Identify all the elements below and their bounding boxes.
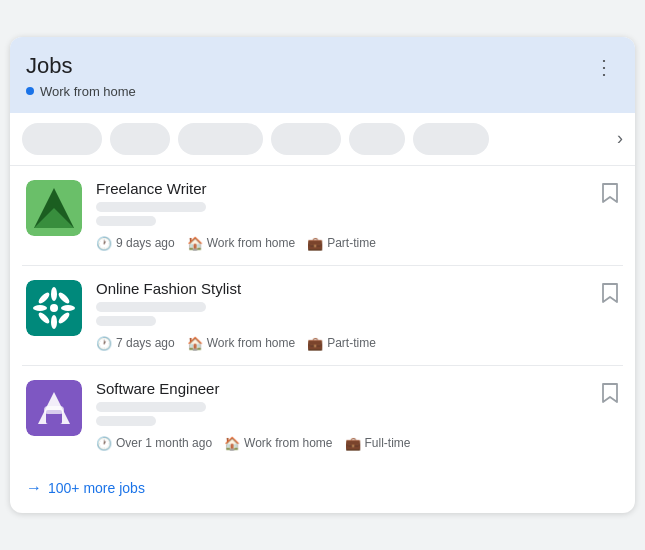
meta-time-software: 🕐 Over 1 month ago xyxy=(96,436,212,451)
meta-type-text-fashion: Part-time xyxy=(327,336,376,350)
meta-location-freelance: 🏠 Work from home xyxy=(187,236,295,251)
meta-type-text-software: Full-time xyxy=(365,436,411,450)
job-detail-line xyxy=(96,216,156,226)
meta-location-text: Work from home xyxy=(207,236,295,250)
job-logo-fashion xyxy=(26,280,82,336)
filter-chip-2[interactable] xyxy=(110,123,170,155)
briefcase-icon-fashion: 💼 xyxy=(307,336,323,351)
briefcase-icon-software: 💼 xyxy=(345,436,361,451)
filter-chip-4[interactable] xyxy=(271,123,341,155)
filter-chip-5[interactable] xyxy=(349,123,405,155)
more-jobs-link[interactable]: → 100+ more jobs xyxy=(10,465,635,513)
header: Jobs Work from home ⋮ xyxy=(10,37,635,112)
svg-point-4 xyxy=(50,304,58,312)
meta-location-text-software: Work from home xyxy=(244,436,332,450)
chevron-right-icon[interactable]: › xyxy=(617,128,623,149)
page-title: Jobs xyxy=(26,53,136,79)
svg-point-6 xyxy=(51,315,57,329)
meta-type-text: Part-time xyxy=(327,236,376,250)
more-jobs-text: 100+ more jobs xyxy=(48,480,145,496)
jobs-card: Jobs Work from home ⋮ › xyxy=(10,37,635,512)
job-item-software-engineer[interactable]: Software Engineer 🕐 Over 1 month ago 🏠 W… xyxy=(22,366,623,465)
bookmark-icon-software[interactable] xyxy=(601,382,619,409)
svg-point-7 xyxy=(33,305,47,311)
home-icon-software: 🏠 xyxy=(224,436,240,451)
meta-time-text-software: Over 1 month ago xyxy=(116,436,212,450)
job-title-software: Software Engineer xyxy=(96,380,587,397)
subtitle-text: Work from home xyxy=(40,84,136,99)
job-title-fashion: Online Fashion Stylist xyxy=(96,280,587,297)
menu-icon[interactable]: ⋮ xyxy=(590,53,619,81)
svg-point-5 xyxy=(51,287,57,301)
job-item-freelance-writer[interactable]: Freelance Writer 🕐 9 days ago 🏠 Work fro… xyxy=(22,166,623,266)
meta-time-fashion: 🕐 7 days ago xyxy=(96,336,175,351)
header-subtitle: Work from home xyxy=(26,84,136,99)
job-meta-freelance: 🕐 9 days ago 🏠 Work from home 💼 Part-tim… xyxy=(96,236,587,251)
filter-chip-1[interactable] xyxy=(22,123,102,155)
meta-location-fashion: 🏠 Work from home xyxy=(187,336,295,351)
job-content-fashion: Online Fashion Stylist 🕐 7 days ago 🏠 Wo… xyxy=(96,280,587,351)
meta-time-freelance: 🕐 9 days ago xyxy=(96,236,175,251)
job-company-line-fashion xyxy=(96,302,206,312)
job-meta-fashion: 🕐 7 days ago 🏠 Work from home 💼 Part-tim… xyxy=(96,336,587,351)
job-company-line-software xyxy=(96,402,206,412)
meta-type-freelance: 💼 Part-time xyxy=(307,236,376,251)
clock-icon: 🕐 xyxy=(96,236,112,251)
meta-type-software: 💼 Full-time xyxy=(345,436,411,451)
job-content-software: Software Engineer 🕐 Over 1 month ago 🏠 W… xyxy=(96,380,587,451)
more-jobs-arrow-icon: → xyxy=(26,479,42,497)
job-meta-software: 🕐 Over 1 month ago 🏠 Work from home 💼 Fu… xyxy=(96,436,587,451)
home-icon-fashion: 🏠 xyxy=(187,336,203,351)
clock-icon-fashion: 🕐 xyxy=(96,336,112,351)
clock-icon-software: 🕐 xyxy=(96,436,112,451)
job-detail-line-software xyxy=(96,416,156,426)
job-title-freelance: Freelance Writer xyxy=(96,180,587,197)
briefcase-icon: 💼 xyxy=(307,236,323,251)
job-item-fashion-stylist[interactable]: Online Fashion Stylist 🕐 7 days ago 🏠 Wo… xyxy=(22,266,623,366)
bookmark-icon-fashion[interactable] xyxy=(601,282,619,309)
meta-location-text-fashion: Work from home xyxy=(207,336,295,350)
filter-row: › xyxy=(10,113,635,166)
job-list: Freelance Writer 🕐 9 days ago 🏠 Work fro… xyxy=(10,166,635,465)
bookmark-icon-freelance[interactable] xyxy=(601,182,619,209)
job-logo-software xyxy=(26,380,82,436)
header-left: Jobs Work from home xyxy=(26,53,136,98)
meta-type-fashion: 💼 Part-time xyxy=(307,336,376,351)
svg-point-8 xyxy=(61,305,75,311)
meta-time-text-fashion: 7 days ago xyxy=(116,336,175,350)
filter-chip-6[interactable] xyxy=(413,123,489,155)
filter-chip-3[interactable] xyxy=(178,123,263,155)
meta-location-software: 🏠 Work from home xyxy=(224,436,332,451)
home-icon: 🏠 xyxy=(187,236,203,251)
subtitle-dot xyxy=(26,87,34,95)
job-company-line xyxy=(96,202,206,212)
svg-rect-16 xyxy=(44,406,64,414)
meta-time-text: 9 days ago xyxy=(116,236,175,250)
job-detail-line-fashion xyxy=(96,316,156,326)
job-content-freelance: Freelance Writer 🕐 9 days ago 🏠 Work fro… xyxy=(96,180,587,251)
job-logo-freelance xyxy=(26,180,82,236)
